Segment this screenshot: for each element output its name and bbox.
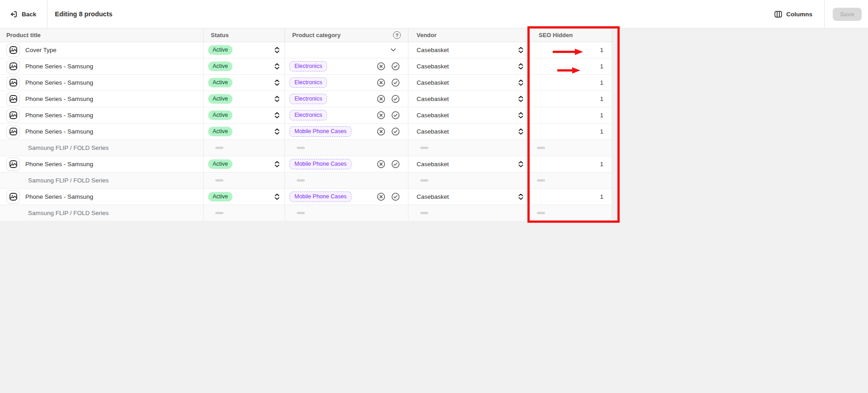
seo-hidden-value: 1 [600,112,603,119]
accept-category-icon[interactable] [391,95,400,103]
vendor-name: Casebasket [417,112,449,119]
seo-hidden-cell[interactable]: 1 [529,124,612,139]
stepper-icon[interactable] [518,112,524,119]
product-title-cell: Phone Series - Samsung [0,156,204,172]
table-row: Phone Series - Samsung Active Mobile Pho… [0,189,612,205]
product-category-cell[interactable]: Mobile Phone Cases [285,156,408,172]
seo-cell-empty [529,205,612,221]
vendor-cell[interactable]: Casebasket [408,124,529,139]
accept-category-icon[interactable] [391,192,400,201]
status-cell[interactable]: Active [204,75,285,91]
status-badge: Active [208,94,232,104]
status-cell[interactable]: Active [204,156,285,172]
status-cell[interactable]: Active [204,124,285,139]
vendor-cell[interactable]: Casebasket [408,189,529,205]
product-category-cell[interactable]: Mobile Phone Cases [285,189,408,205]
vendor-cell[interactable]: Casebasket [408,107,529,123]
product-category-cell[interactable]: Electronics [285,91,408,107]
product-title: Phone Series - Samsung [25,112,93,119]
help-icon[interactable]: ? [393,31,401,39]
reject-category-icon[interactable] [377,111,385,120]
stepper-icon[interactable] [274,79,280,86]
product-category-cell[interactable]: Electronics [285,58,408,74]
stepper-icon[interactable] [274,128,280,135]
product-category-cell[interactable]: Electronics [285,75,408,91]
stepper-icon[interactable] [518,193,524,200]
save-button[interactable]: Save [833,8,862,21]
vendor-cell[interactable]: Casebasket [408,42,529,58]
stepper-icon[interactable] [518,63,524,70]
status-badge: Active [208,78,232,88]
product-title: Cover Type [25,47,57,53]
stepper-icon[interactable] [274,161,280,168]
product-image-placeholder-icon [6,158,20,171]
accept-category-icon[interactable] [391,62,400,71]
accept-category-icon[interactable] [391,78,400,87]
seo-hidden-cell[interactable]: 1 [529,42,612,58]
reject-category-icon[interactable] [377,78,385,87]
stepper-icon[interactable] [518,161,524,168]
accept-category-icon[interactable] [391,111,400,120]
category-suggestion-badge[interactable]: Electronics [289,94,327,105]
bulk-edit-table: Product title Status Product category ? … [0,29,612,221]
seo-hidden-cell[interactable]: 1 [529,75,612,91]
reject-category-icon[interactable] [377,192,385,201]
seo-cell-empty [529,173,612,188]
stepper-icon[interactable] [518,79,524,86]
reject-category-icon[interactable] [377,62,385,71]
columns-button[interactable]: Columns [770,8,817,20]
product-image-placeholder-icon [6,109,20,122]
stepper-icon[interactable] [274,96,280,102]
stepper-icon[interactable] [274,63,280,70]
product-category-cell[interactable]: Electronics [285,107,408,123]
category-suggestion-badge[interactable]: Electronics [289,61,327,72]
empty-value-dash [537,147,545,149]
vendor-cell[interactable]: Casebasket [408,156,529,172]
product-category-cell[interactable]: Mobile Phone Cases [285,124,408,139]
variant-group-row: Samsung FLIP / FOLD Series [0,140,612,156]
status-cell-empty [204,140,285,156]
back-button[interactable]: Back [6,8,40,21]
stepper-icon[interactable] [518,128,524,135]
product-title-cell: Phone Series - Samsung [0,75,204,91]
vendor-cell[interactable]: Casebasket [408,75,529,91]
reject-category-icon[interactable] [377,95,385,103]
category-suggestion-badge[interactable]: Electronics [289,77,327,88]
accept-category-icon[interactable] [391,127,400,136]
chevron-down-icon[interactable] [390,48,403,52]
status-cell[interactable]: Active [204,58,285,74]
seo-hidden-cell[interactable]: 1 [529,107,612,123]
status-cell[interactable]: Active [204,91,285,107]
category-suggestion-badge[interactable]: Electronics [289,110,327,121]
seo-hidden-cell[interactable]: 1 [529,91,612,107]
seo-cell-empty [529,140,612,156]
stepper-icon[interactable] [274,112,280,119]
category-suggestion-badge[interactable]: Mobile Phone Cases [289,192,351,202]
accept-category-icon[interactable] [391,160,400,168]
product-image-placeholder-icon [6,125,20,139]
table-header-row: Product title Status Product category ? … [0,29,612,42]
category-suggestion-badge[interactable]: Mobile Phone Cases [289,159,351,170]
vendor-cell[interactable]: Casebasket [408,58,529,74]
status-cell[interactable]: Active [204,107,285,123]
table-row: Phone Series - Samsung Active Mobile Pho… [0,124,612,140]
category-suggestion-badge[interactable]: Mobile Phone Cases [289,126,351,137]
status-cell[interactable]: Active [204,189,285,205]
category-cell-empty [285,173,408,188]
stepper-icon[interactable] [274,193,280,200]
status-cell[interactable]: Active [204,42,285,58]
stepper-icon[interactable] [518,96,524,102]
product-image-placeholder-icon [6,76,20,90]
table-row: Phone Series - Samsung Active Electronic… [0,91,612,107]
product-title: Phone Series - Samsung [25,96,93,102]
reject-category-icon[interactable] [377,160,385,168]
empty-value-dash [297,179,305,182]
product-category-cell[interactable] [285,42,408,58]
stepper-icon[interactable] [274,47,280,53]
stepper-icon[interactable] [518,47,524,53]
vendor-cell[interactable]: Casebasket [408,91,529,107]
seo-hidden-cell[interactable]: 1 [529,156,612,172]
reject-category-icon[interactable] [377,127,385,136]
seo-hidden-cell[interactable]: 1 [529,189,612,205]
seo-hidden-cell[interactable]: 1 [529,58,612,74]
